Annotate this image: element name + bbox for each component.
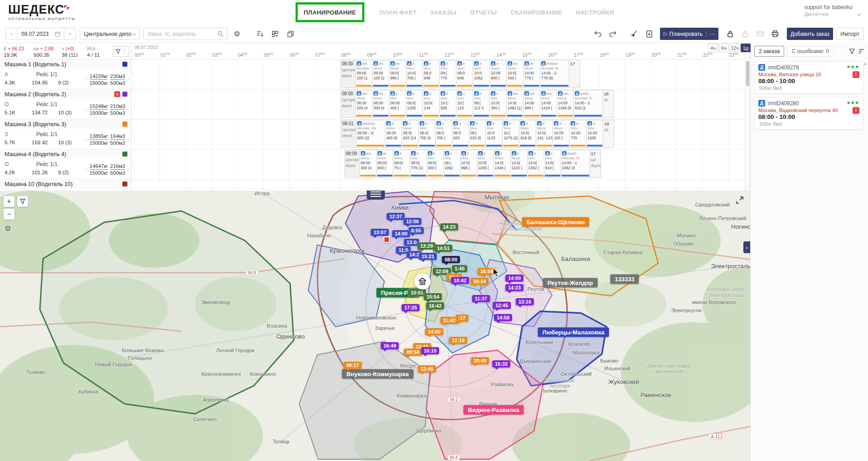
map-depot-pin[interactable] — [383, 236, 390, 243]
task-card[interactable]: Д#Мос10:0(134 — [423, 90, 440, 118]
map-settings-gear-icon[interactable]: ⚙ — [5, 224, 11, 233]
task-card[interactable]: Д#Мос10:0(300 ( — [490, 90, 507, 118]
task-card[interactable]: Д#Моск10:00800 ( — [490, 60, 507, 88]
task-card[interactable]: Д#Моск14:0(1133 ( — [511, 150, 528, 178]
zoom-toggle-1д[interactable]: 1д — [741, 44, 751, 52]
task-card[interactable]: Д#Мос10:0(1205 ( — [477, 150, 494, 178]
map-time-marker[interactable]: 13:0 — [404, 239, 419, 246]
task-card[interactable]: Д#Моск14:0(919 (8 — [519, 120, 536, 148]
map[interactable]: ИстраМытищиСвердловскийХимкиЛосино-Петро… — [0, 191, 750, 461]
task-card[interactable]: Д#Мос08:0(705 (6 — [419, 120, 436, 148]
tab-сканирование[interactable]: СКАНИРОВАНИЕ — [510, 9, 562, 16]
task-card[interactable]: Д#mIDМосква, М14:00 - 11062 (9 — [561, 150, 590, 178]
sort-list-icon[interactable] — [254, 28, 266, 40]
tab-заказы[interactable]: ЗАКАЗЫ — [430, 9, 456, 16]
task-card[interactable]: Д#пМоск14:00776 ( — [524, 60, 540, 88]
task-card[interactable]: Д#Мос08:(113 3 — [473, 90, 490, 118]
zoom-toggle-6ч[interactable]: 6ч — [719, 44, 729, 52]
map-zone-label[interactable]: Балашиха-Щёлково — [522, 217, 589, 227]
map-time-marker[interactable]: 13:16 — [516, 298, 534, 305]
depot-cell[interactable]: 08:00Центраdepot — [340, 60, 356, 88]
map-time-marker[interactable]: 12:06 — [403, 218, 422, 225]
user-menu-chevron-icon[interactable] — [858, 9, 861, 17]
task-card[interactable]: Д#Моск14:0(1348 ( — [494, 150, 511, 178]
order-card[interactable]: Д#mID409279Москва, Вятская улица 1508:00… — [754, 61, 863, 94]
copy-layout-icon[interactable] — [285, 28, 296, 40]
orders-errors-tab[interactable]: С ошибками: 0 — [787, 46, 833, 57]
orders-sort-icon[interactable] — [858, 49, 864, 54]
vehicle-filter-button[interactable]: ⋮ — [113, 46, 129, 57]
date-field[interactable]: 08.07.2023 — [17, 28, 64, 40]
map-menu-button[interactable] — [367, 191, 385, 200]
task-card[interactable]: Д#Моск08:00400 (8 — [385, 120, 402, 148]
lock-icon[interactable] — [724, 28, 736, 40]
task-card[interactable]: Д#Мос14:00776 — [570, 120, 587, 148]
orders-count-tab[interactable]: 2 заказа — [754, 46, 784, 57]
tab-настройки[interactable]: НАСТРОЙКИ — [576, 9, 614, 16]
task-card[interactable]: Д#Мос08:0(776 (1( — [410, 150, 427, 178]
map-time-marker[interactable]: 15:32 — [492, 360, 510, 368]
task-card[interactable]: Д#mМоск14:001348 (8 — [557, 90, 574, 118]
map-time-marker[interactable]: 17:25 — [402, 304, 420, 311]
task-card[interactable]: Д#Мос10:01133 — [486, 120, 503, 148]
export-file-icon[interactable] — [643, 28, 655, 40]
map-time-marker[interactable]: 10:42 — [451, 277, 469, 284]
depot-cell[interactable]: 08:00Центраdepot — [340, 90, 356, 118]
map-zone-label[interactable]: Видное-Развилка — [463, 405, 524, 415]
map-time-marker[interactable]: 11:37 — [472, 295, 490, 302]
task-card[interactable]: Д#Мос14:0(1062 ( — [528, 150, 544, 178]
task-card[interactable]: Д#nМоск08:00300 (4 — [373, 90, 389, 118]
return-depot-cell[interactable]: 17 — [569, 60, 580, 88]
print-icon[interactable] — [769, 28, 781, 40]
map-time-marker[interactable]: :17 — [456, 314, 468, 322]
vehicle-header[interactable]: Машина 4 (Водитель 4) — [0, 149, 131, 159]
plan-more-button[interactable]: ⋯ — [706, 31, 715, 37]
task-card[interactable]: Д#mМоск14:001419 ( — [540, 90, 557, 118]
vehicle-row[interactable]: Машина 3 (Водитель 3)ЗРейс 1/15.7K159.42… — [0, 119, 131, 149]
return-depot-cell[interactable]: 18de — [603, 120, 614, 148]
vehicle-row[interactable]: Машина 2 (Водитель 2)!ОРейс 1/15.1K134.7… — [0, 89, 131, 119]
map-time-marker[interactable]: 14:00 — [505, 275, 524, 282]
task-card[interactable]: Д#mМосква08:00200 (1 — [356, 60, 373, 88]
map-time-marker[interactable]: 13:29 — [417, 242, 436, 250]
task-card[interactable]: Д#Мос08:0848 — [423, 60, 440, 88]
task-card[interactable]: Д#Мос10:01062 — [473, 60, 490, 88]
task-card[interactable]: Д#Моск14:00100 ( — [553, 120, 570, 148]
task-card[interactable]: Д#mID4Москва, В14:00 - 2776 (6) — [540, 60, 569, 88]
task-card[interactable]: Д#Мос08:0(1205 — [406, 90, 423, 118]
redo-icon[interactable] — [607, 28, 619, 40]
task-card[interactable]: Д#nМоск08:00100 (2 — [373, 60, 389, 88]
zoom-toggle-4ч[interactable]: 4ч — [708, 44, 718, 52]
map-time-marker[interactable]: 16:15 — [421, 347, 439, 354]
task-card[interactable]: Д#mМоск14:0(1062 (1( — [507, 90, 524, 118]
next-trip-chevron[interactable]: › — [127, 166, 129, 172]
map-time-marker[interactable]: 16:42 — [426, 302, 444, 309]
map-zone-label[interactable]: Реутов-Желдор — [543, 278, 598, 288]
import-button[interactable]: Импорт — [836, 28, 863, 40]
prev-trip-chevron[interactable]: ‹ — [86, 76, 87, 83]
task-card[interactable]: Д#пМоск10:0(400 ( — [507, 60, 524, 88]
search-input[interactable]: Заказ, тс, водитель — [143, 28, 228, 40]
map-time-marker[interactable]: 12:45 — [493, 302, 511, 309]
map-time-marker[interactable]: 15:21 — [419, 253, 437, 260]
date-next-button[interactable]: › — [64, 28, 76, 40]
vehicle-header[interactable]: Машина 10 (Водитель 10) — [0, 179, 131, 189]
add-order-button[interactable]: Добавить заказ — [787, 28, 833, 40]
map-time-marker[interactable]: 13:07 — [371, 229, 389, 236]
map-time-marker[interactable]: 14:00 — [425, 328, 443, 335]
task-card[interactable]: Д#Мос14:0(919 ( — [544, 150, 561, 178]
prev-trip-chevron[interactable]: ‹ — [86, 136, 87, 142]
task-card[interactable]: Д#Мос10:(1276 (2( — [503, 120, 519, 148]
orders-scroll-up-icon[interactable]: ▲ — [863, 62, 867, 66]
map-time-marker[interactable]: 8:55 — [408, 227, 424, 234]
task-card[interactable]: Д#Моск08:0(633 (14 — [402, 120, 419, 148]
map-zone-label[interactable]: Внуково-Коммунарка — [342, 369, 413, 379]
map-zoom-in-button[interactable]: + — [4, 196, 15, 207]
qr-scan-icon[interactable] — [269, 28, 281, 40]
task-card[interactable]: Д#mМоск08:00300 (4 — [360, 150, 377, 178]
next-trip-chevron[interactable]: › — [127, 76, 129, 83]
prev-trip-chevron[interactable]: ‹ — [86, 106, 87, 113]
map-time-marker[interactable]: 16:34 — [470, 278, 489, 285]
orders-filter-icon[interactable] — [849, 49, 855, 54]
tab-план-факт[interactable]: ПЛАН-ФАКТ — [380, 9, 417, 16]
